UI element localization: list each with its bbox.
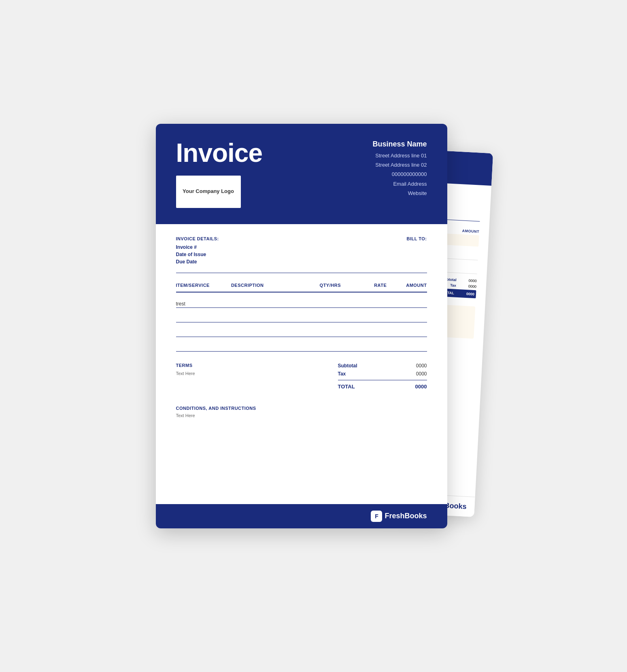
invoice-doi-field: Date of Issue <box>176 252 407 257</box>
subtotal-label: Subtotal <box>338 363 357 369</box>
tax-row: Tax 0000 <box>338 371 427 377</box>
invoice-number-field: Invoice # <box>176 244 407 250</box>
business-info: Business Name Street Address line 01 Str… <box>372 140 427 198</box>
invoice-title: Invoice <box>176 140 263 166</box>
logo-box: Your Company Logo <box>176 176 241 208</box>
freshbooks-logo: F FreshBooks <box>371 511 427 522</box>
col-header-desc: DESCRIPTION <box>231 283 311 288</box>
table-row-1: trest <box>176 293 427 308</box>
back-tax-label: Tax <box>450 283 456 288</box>
col-header-qty: QTY/HRS <box>311 283 349 288</box>
back-subtotal-value: 0000 <box>468 278 477 283</box>
details-right: BILL TO: <box>406 236 427 266</box>
total-final-label: TOTAL <box>338 384 355 390</box>
table-row-4 <box>176 337 427 352</box>
conditions-text: Text Here <box>176 413 427 418</box>
tax-value: 0000 <box>416 371 427 377</box>
back-col-amount: AMOUNT <box>462 229 479 233</box>
table-header: ITEM/SERVICE DESCRIPTION QTY/HRS RATE AM… <box>176 283 427 293</box>
details-divider <box>176 273 427 273</box>
col-header-item: ITEM/SERVICE <box>176 283 231 288</box>
fb-text: FreshBooks <box>385 512 427 520</box>
table-row-2 <box>176 308 427 322</box>
invoice-footer: F FreshBooks <box>156 504 447 528</box>
back-tax-value: 0000 <box>468 284 476 288</box>
table-row-3 <box>176 322 427 337</box>
conditions-section: CONDITIONS, AND INSTRUCTIONS Text Here <box>176 399 427 418</box>
business-website: Website <box>372 189 427 198</box>
subtotal-value: 0000 <box>416 363 427 369</box>
bill-to-label: BILL TO: <box>406 236 427 241</box>
invoice-details-label: INVOICE DETAILS: <box>176 236 407 241</box>
bottom-section: TERMS Text Here Subtotal 0000 Tax 0000 T… <box>176 363 427 390</box>
fb-icon: F <box>371 511 382 522</box>
totals-divider <box>338 380 427 380</box>
details-section: INVOICE DETAILS: Invoice # Date of Issue… <box>176 236 427 266</box>
invoice-title-block: Invoice Your Company Logo <box>176 140 263 208</box>
row1-item: trest <box>176 301 231 307</box>
invoice-due-field: Due Date <box>176 259 407 265</box>
business-phone: 000000000000 <box>372 170 427 179</box>
terms-block: TERMS Text Here <box>176 363 338 376</box>
business-address2: Street Address line 02 <box>372 160 427 170</box>
col-header-rate: RATE <box>349 283 387 288</box>
terms-text: Text Here <box>176 371 338 376</box>
col-header-amt: AMOUNT <box>387 283 427 288</box>
invoice-body: INVOICE DETAILS: Invoice # Date of Issue… <box>156 224 447 426</box>
invoice-header: Invoice Your Company Logo Business Name … <box>156 124 447 224</box>
total-final-row: TOTAL 0000 <box>338 384 427 390</box>
back-total-value: 0000 <box>466 292 474 296</box>
conditions-title: CONDITIONS, AND INSTRUCTIONS <box>176 406 427 411</box>
invoice-front-card: Invoice Your Company Logo Business Name … <box>156 124 447 528</box>
subtotal-row: Subtotal 0000 <box>338 363 427 369</box>
business-address1: Street Address line 01 <box>372 151 427 160</box>
details-left: INVOICE DETAILS: Invoice # Date of Issue… <box>176 236 407 266</box>
logo-text: Your Company Logo <box>183 188 234 195</box>
total-final-value: 0000 <box>415 384 427 390</box>
tax-label: Tax <box>338 371 346 377</box>
terms-title: TERMS <box>176 363 338 368</box>
business-name: Business Name <box>372 140 427 148</box>
totals-block: Subtotal 0000 Tax 0000 TOTAL 0000 <box>338 363 427 390</box>
business-email: Email Address <box>372 179 427 189</box>
